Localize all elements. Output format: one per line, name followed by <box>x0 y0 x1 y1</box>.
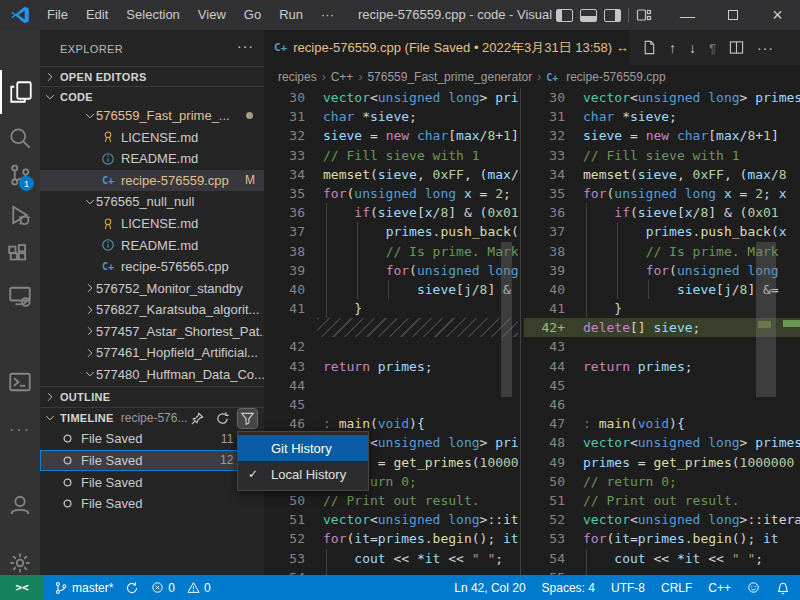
activity-terminal-icon[interactable] <box>0 360 40 404</box>
code-line[interactable]: 37 primes.push_back(x <box>524 222 800 241</box>
code-line[interactable]: 50// return 0; <box>524 472 800 491</box>
code-line[interactable]: 32sieve = new char[max/8+1] <box>524 126 800 145</box>
code-line[interactable]: 34memset(sieve, 0xFF, (max/8 <box>264 165 518 184</box>
code-line[interactable]: 45 <box>264 395 518 414</box>
tree-item[interactable]: C+recipe-576565.cpp <box>40 256 264 278</box>
code-line[interactable]: 53for(it=primes.begin(); it <box>524 529 800 548</box>
menu-edit[interactable]: Edit <box>77 0 117 30</box>
timeline-item[interactable]: File Saved <box>40 472 264 493</box>
status-spaces-4[interactable]: Spaces: 4 <box>542 581 595 595</box>
section-code[interactable]: CODE <box>40 86 264 107</box>
code-line[interactable]: 33// Fill sieve with 1 <box>264 146 518 165</box>
code-line[interactable]: 39 for(unsigned long <box>264 261 518 280</box>
status-feedback-icon[interactable] <box>747 581 760 594</box>
activity-more-icon[interactable]: ··· <box>0 408 40 452</box>
code-line[interactable]: 36 if(sieve[x/8] & (0x01 <box>524 203 800 222</box>
code-line[interactable]: 43return primes; <box>264 357 518 376</box>
context-menu-item-git-history[interactable]: Git History <box>238 435 368 461</box>
split-editor-icon[interactable] <box>729 40 744 55</box>
minimize-button[interactable]: — <box>665 0 710 30</box>
maximize-button[interactable] <box>710 0 755 30</box>
code-line[interactable]: 38 // Is prime. Mark <box>264 242 518 261</box>
toggle-sidebar-icon[interactable] <box>556 9 573 22</box>
code-line[interactable]: 42 <box>264 337 518 356</box>
code-line[interactable]: 54 <box>264 568 518 575</box>
timeline-item[interactable]: File Saved <box>40 493 264 514</box>
status-bell-icon[interactable] <box>776 581 790 595</box>
tree-item[interactable]: README.md <box>40 148 264 170</box>
tab-recipe-576559[interactable]: C+ recipe-576559.cpp (File Saved • 2022年… <box>264 30 630 65</box>
code-line[interactable]: 49primes = get_primes(1000000 <box>524 453 800 472</box>
breadcrumb-item[interactable]: recipes <box>278 70 317 84</box>
status-utf-8[interactable]: UTF-8 <box>611 581 645 595</box>
menu-view[interactable]: View <box>189 0 235 30</box>
code-line[interactable]: 51// Print out result. <box>524 491 800 510</box>
menu-run[interactable]: Run <box>270 0 312 30</box>
code-line[interactable]: 52for(it=primes.begin(); it <box>264 529 518 548</box>
refresh-icon[interactable] <box>213 409 232 428</box>
section-open-editors[interactable]: OPEN EDITORS <box>40 66 264 87</box>
open-file-icon[interactable] <box>641 40 656 55</box>
code-line[interactable]: 30vector<unsigned long> primes <box>264 88 518 107</box>
code-line[interactable]: 53 cout << *it << " "; <box>264 549 518 568</box>
breadcrumb-item[interactable]: recipe-576559.cpp <box>566 70 665 84</box>
tree-item[interactable]: LICENSE.md <box>40 213 264 235</box>
status-sync-icon[interactable] <box>125 581 139 595</box>
code-line[interactable]: 40 sieve[j/8] & <box>264 280 518 299</box>
whitespace-icon[interactable]: ¶ <box>709 40 716 56</box>
tree-item[interactable]: 576565_null_null <box>40 191 264 213</box>
code-line[interactable]: 35for(unsigned long x = 2; x <box>524 184 800 203</box>
close-button[interactable]: × <box>755 0 800 30</box>
code-line[interactable]: 31char *sieve; <box>264 107 518 126</box>
menu-selection[interactable]: Selection <box>117 0 188 30</box>
code-line[interactable]: 30vector<unsigned long> primes <box>524 88 800 107</box>
tree-item[interactable]: README.md <box>40 234 264 256</box>
vscode-logo-icon[interactable] <box>10 5 30 25</box>
menu-file[interactable]: File <box>38 0 77 30</box>
status-crlf[interactable]: CRLF <box>661 581 692 595</box>
status-ln-42-col-20[interactable]: Ln 42, Col 20 <box>454 581 525 595</box>
status-c-[interactable]: C++ <box>708 581 731 595</box>
menu-[interactable]: ··· <box>312 0 343 30</box>
activity-extensions-icon[interactable] <box>0 233 40 277</box>
status-error-icon[interactable]: 0 <box>151 581 175 595</box>
activity-files-icon[interactable] <box>0 70 40 114</box>
code-line[interactable]: 44 <box>264 376 518 395</box>
tree-item[interactable]: 576559_Fast_prime_... <box>40 105 264 127</box>
code-line[interactable]: 52vector<unsigned long>::iterator <box>524 510 800 529</box>
code-line[interactable]: 35for(unsigned long x = 2; x <box>264 184 518 203</box>
more-actions-icon[interactable]: ··· <box>757 40 774 56</box>
code-line[interactable]: 36 if(sieve[x/8] & (0x01 <box>264 203 518 222</box>
breadcrumb-item[interactable]: C++ <box>331 70 354 84</box>
code-line[interactable]: 34memset(sieve, 0xFF, (max/8 <box>524 165 800 184</box>
status-warning-icon[interactable]: 0 <box>187 581 211 595</box>
code-line[interactable]: 54 cout << *it << " "; <box>524 549 800 568</box>
toggle-panel-icon[interactable] <box>580 9 597 22</box>
status-branch-icon[interactable]: master* <box>54 581 113 595</box>
tree-item[interactable]: 576752_Monitor_standby <box>40 277 264 299</box>
code-line[interactable]: 48vector<unsigned long> primes <box>524 433 800 452</box>
code-line[interactable]: 51vector<unsigned long>::iterator <box>264 510 518 529</box>
section-timeline[interactable]: TIMELINE recipe-576... <box>40 407 264 428</box>
tree-item[interactable]: 577461_Hopfield_Artificial... <box>40 342 264 364</box>
code-line[interactable]: 50// Print out result. <box>264 491 518 510</box>
explorer-actions-icon[interactable]: ··· <box>237 38 254 54</box>
activity-account-icon[interactable] <box>0 483 40 527</box>
scrollbar-right[interactable] <box>756 242 776 397</box>
code-line[interactable]: 41 } <box>264 299 518 318</box>
breadcrumb-item[interactable]: 576559_Fast_prime_generator <box>367 70 532 84</box>
tree-item[interactable]: 577457_Astar_Shortest_Pat... <box>40 321 264 343</box>
code-line[interactable]: 37 primes.push_back(x <box>264 222 518 241</box>
code-line[interactable]: 33// Fill sieve with 1 <box>524 146 800 165</box>
timeline-item[interactable]: File Saved11 min <box>40 428 264 449</box>
activity-remote-explorer-icon[interactable] <box>0 274 40 318</box>
code-line[interactable]: 47: main(void){ <box>524 414 800 433</box>
diff-pane-original[interactable]: 30vector<unsigned long> primes31char *si… <box>264 88 518 575</box>
code-line[interactable]: 46 <box>524 395 800 414</box>
activity-source-control-icon[interactable]: 1 <box>0 153 40 197</box>
toggle-secondary-sidebar-icon[interactable] <box>604 9 621 22</box>
tree-item[interactable]: 577480_Huffman_Data_Co... <box>40 364 264 386</box>
tree-item[interactable]: C+recipe-576559.cppM <box>40 170 264 192</box>
section-outline[interactable]: OUTLINE <box>40 386 264 407</box>
code-line[interactable]: 55 <box>524 568 800 575</box>
